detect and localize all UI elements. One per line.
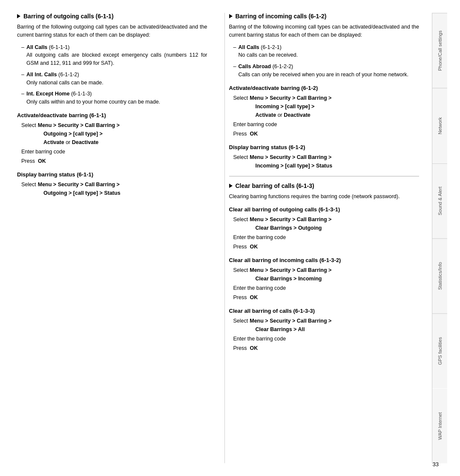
- sidebar-tab-wap-internet[interactable]: WAP Internet: [432, 389, 447, 463]
- triangle-icon-3: [229, 184, 233, 188]
- press-ok-line: Press OK: [21, 157, 207, 165]
- clear-incoming-instructions: Select Menu > Security > Call Barring > …: [233, 266, 420, 302]
- right-column: Barring of incoming calls (6-1-2) Barrin…: [224, 13, 420, 463]
- enter-barring-code: Enter barring code: [21, 147, 207, 156]
- divider: [229, 176, 420, 176]
- activate-outgoing-instructions: Select Menu > Security > Call Barring > …: [21, 121, 207, 165]
- clear-outgoing-heading: Clear all barring of outgoing calls (6-1…: [229, 206, 420, 213]
- clear-heading: Clear barring of calls (6-1-3): [229, 182, 420, 189]
- sidebar-tab-statistics-info[interactable]: Statistics/Info: [432, 238, 447, 313]
- display-incoming-heading: Display barring status (6-1-2): [229, 144, 420, 150]
- sidebar-tab-phone-call-settings[interactable]: Phone/Call settings: [432, 13, 447, 88]
- sidebar-tab-sound-alert[interactable]: Sound & Alert: [432, 163, 447, 238]
- clear-intro: Clearing barring functions requires the …: [229, 193, 420, 201]
- list-item: Calls Abroad (6-1-2-2) Calls can only be…: [233, 63, 420, 79]
- clear-incoming-heading: Clear all barring of incoming calls (6-1…: [229, 257, 420, 263]
- sidebar: Phone/Call settings Network Sound & Aler…: [432, 13, 447, 463]
- incoming-list: All Calls (6-1-2-1) No calls can be rece…: [233, 43, 420, 79]
- display-incoming-instructions: Select Menu > Security > Call Barring > …: [233, 153, 420, 170]
- clear-outgoing-instructions: Select Menu > Security > Call Barring > …: [233, 215, 420, 251]
- incoming-heading: Barring of incoming calls (6-1-2): [229, 13, 420, 20]
- page-body: Barring of outgoing calls (6-1-1) Barrin…: [0, 0, 460, 476]
- outgoing-list: All Calls (6-1-1-1) All outgoing calls a…: [21, 43, 207, 106]
- sidebar-tab-network[interactable]: Network: [432, 88, 447, 163]
- list-item: All Int. Calls (6-1-1-2) Only national c…: [21, 71, 207, 87]
- page-number: 33: [433, 461, 439, 467]
- activate-incoming-heading: Activate/deactivate barring (6-1-2): [229, 85, 420, 91]
- incoming-intro: Barring of the following incoming call t…: [229, 23, 420, 39]
- display-outgoing-heading: Display barring status (6-1-1): [17, 171, 207, 178]
- outgoing-heading: Barring of outgoing calls (6-1-1): [17, 13, 207, 20]
- clear-all-heading: Clear all barring of calls (6-1-3-3): [229, 308, 420, 314]
- sidebar-tab-gps-facilities[interactable]: GPS facilities: [432, 313, 447, 388]
- clear-all-instructions: Select Menu > Security > Call Barring > …: [233, 317, 420, 352]
- activate-outgoing-heading: Activate/deactivate barring (6-1-1): [17, 112, 207, 118]
- left-column: Barring of outgoing calls (6-1-1) Barrin…: [17, 13, 212, 463]
- main-content: Barring of outgoing calls (6-1-1) Barrin…: [0, 0, 460, 476]
- list-item: Int. Except Home (6-1-1-3) Only calls wi…: [21, 90, 207, 106]
- triangle-icon: [17, 14, 20, 18]
- list-item: All Calls (6-1-2-1) No calls can be rece…: [233, 43, 420, 60]
- activate-incoming-instructions: Select Menu > Security > Call Barring > …: [233, 94, 420, 138]
- triangle-icon-2: [229, 14, 233, 18]
- outgoing-intro: Barring of the following outgoing call t…: [17, 23, 207, 39]
- display-outgoing-instructions: Select Menu > Security > Call Barring > …: [21, 180, 207, 197]
- list-item: All Calls (6-1-1-1) All outgoing calls a…: [21, 43, 207, 67]
